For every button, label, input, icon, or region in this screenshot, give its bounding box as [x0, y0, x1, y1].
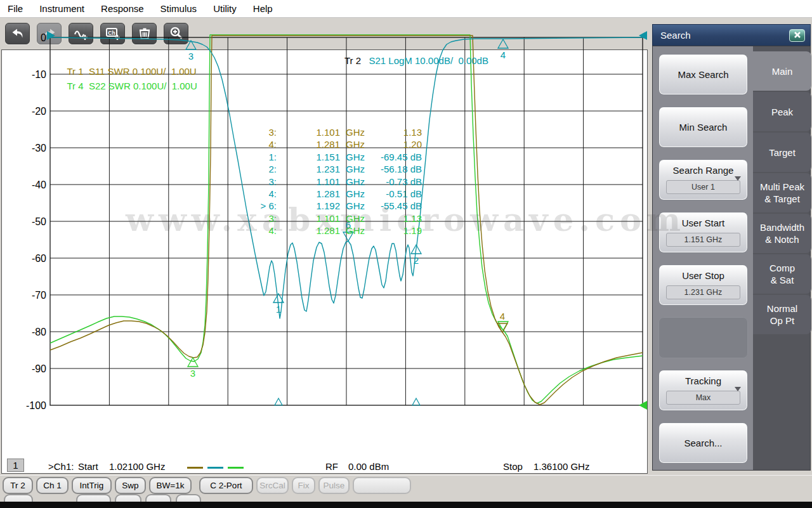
tab-comp[interactable]: Comp & Sat: [753, 254, 811, 294]
marker-num: 2:: [250, 163, 277, 175]
marker-label: 1: [276, 304, 281, 315]
close-icon: [794, 30, 801, 41]
trace4-id: Tr 4: [67, 81, 83, 91]
marker-val: -0.73 dB: [372, 176, 422, 188]
marker-4[interactable]: [498, 39, 508, 48]
user-stop-value: 1.231 GHz: [666, 285, 740, 299]
marker-unit: GHz: [346, 176, 372, 188]
tracking-label: Tracking: [685, 375, 721, 386]
marker-val: 1.13: [372, 126, 422, 138]
start-label: Start: [78, 461, 98, 472]
search-panel-header[interactable]: Search: [652, 24, 811, 46]
status-button-srccal[interactable]: SrcCal: [256, 477, 289, 494]
marker-val: 1.13: [372, 212, 422, 225]
blank-button: [658, 317, 748, 358]
tab-target[interactable]: Target: [753, 133, 811, 172]
close-button[interactable]: [789, 29, 805, 42]
start-value: 1.02100 GHz: [109, 461, 165, 472]
tab-bandwidth[interactable]: Bandwidth & Notch: [753, 214, 811, 253]
search-range-value: User 1: [666, 180, 740, 194]
ref-level-arrow-icon: [47, 31, 55, 40]
search-more-button[interactable]: Search...: [658, 422, 748, 464]
search-panel-buttons: Max Search Min Search Search Range User …: [653, 46, 753, 470]
status-button-swp[interactable]: Swp: [115, 477, 146, 494]
marker-freq: 1.281: [277, 225, 340, 237]
trace4-line-swatch: [228, 467, 244, 469]
marker-val: -56.18 dB: [372, 163, 422, 175]
marker-freq: 1.281: [277, 138, 340, 150]
tab-normal[interactable]: Normal Op Pt: [753, 295, 811, 334]
y-axis-tick: 0: [41, 32, 46, 43]
min-search-button[interactable]: Min Search: [658, 107, 748, 148]
measurement-display: 0-10-20-30-40-50-60-70-80-90-1003412634 …: [1, 49, 648, 474]
marker-table-row: 4:1.281GHz1.20: [250, 138, 422, 150]
chevron-down-icon: [735, 176, 741, 181]
user-start-button[interactable]: User Start 1.151 GHz: [658, 212, 748, 253]
marker-unit: GHz: [346, 163, 372, 175]
marker-table-row: > 6:1.192GHz-55.45 dB: [250, 200, 422, 212]
search-panel: Search Max Search Min Search Search Rang…: [652, 24, 811, 471]
status-button-pulse[interactable]: Pulse: [318, 477, 350, 494]
marker-label: 3: [190, 368, 195, 379]
status-button-c-2-port[interactable]: C 2-Port: [199, 477, 253, 494]
y-axis-tick: -10: [32, 69, 46, 80]
stimulus-annotation: >Ch1: Start 1.02100 GHz RF 0.00 dBm Stop…: [2, 461, 647, 474]
marker-val: 1.20: [372, 138, 422, 150]
marker-num: > 6:: [250, 200, 277, 212]
bottom-black-strip: [0, 502, 812, 508]
tab-peak[interactable]: Peak: [753, 92, 811, 131]
marker-num: 4:: [250, 188, 277, 200]
user-start-value: 1.151 GHz: [666, 233, 740, 247]
marker-freq: 1.101: [277, 126, 340, 138]
max-search-button[interactable]: Max Search: [658, 54, 748, 95]
status-button-bw-1k[interactable]: BW=1k: [149, 477, 192, 494]
status-button-tr-2[interactable]: Tr 2: [3, 477, 33, 494]
marker-unit: GHz: [346, 225, 372, 237]
trace2-active-chip: Tr 2: [342, 55, 363, 67]
marker-freq: 1.192: [277, 200, 340, 212]
marker-val: -69.45 dB: [372, 151, 422, 163]
marker-num: 3:: [250, 126, 277, 138]
user-stop-button[interactable]: User Stop 1.231 GHz: [658, 264, 748, 306]
search-panel-title: Search: [660, 30, 691, 41]
user-stop-label: User Stop: [682, 270, 724, 281]
status-button-inttrig[interactable]: IntTrig: [72, 477, 112, 494]
tracking-value: Max: [666, 391, 740, 405]
trace1-line-swatch: [187, 467, 203, 469]
y-axis-tick: -80: [32, 327, 46, 337]
marker-table-row: 4:1.281GHz-0.51 dB: [250, 188, 422, 200]
rf-value: 0.00 dBm: [348, 461, 389, 472]
status-button-fix[interactable]: Fix: [292, 477, 315, 494]
marker-label: 4: [500, 311, 505, 322]
trace2-line-swatch: [207, 467, 223, 469]
range-tick-icon: [412, 398, 420, 405]
tracking-dropdown[interactable]: Tracking Max: [658, 370, 748, 411]
search-range-dropdown[interactable]: Search Range User 1: [658, 159, 748, 200]
y-axis-tick: -20: [32, 106, 46, 117]
trace2-legend[interactable]: Tr 2 S21 LogM 10.00dB/ 0.00dB: [342, 55, 488, 67]
search-range-label: Search Range: [673, 165, 734, 176]
marker-unit: GHz: [346, 212, 372, 225]
y-axis-tick: -90: [32, 363, 46, 374]
marker-3[interactable]: [188, 358, 198, 367]
y-axis-tick: -60: [32, 253, 46, 264]
marker-freq: 1.231: [277, 163, 340, 175]
status-button-blank[interactable]: [353, 477, 411, 494]
marker-val: -0.51 dB: [372, 188, 422, 200]
y-axis-tick: -30: [32, 143, 46, 153]
stop-label: Stop: [503, 461, 523, 472]
chevron-down-icon: [735, 387, 741, 391]
status-button-ch-1[interactable]: Ch 1: [36, 477, 69, 494]
tab-main[interactable]: Main: [753, 51, 811, 91]
status-bar: Tr 2Ch 1IntTrigSwpBW=1kC 2-PortSrcCalFix…: [0, 475, 812, 502]
marker-table-row: 2:1.231GHz-56.18 dB: [250, 163, 422, 175]
y-axis-tick: -50: [32, 216, 46, 227]
y-axis-tick: -40: [32, 179, 46, 190]
trace4-legend[interactable]: Tr 4 S22 SWR 0.100U/ 1.00U: [56, 70, 197, 102]
marker-num: 4:: [250, 138, 277, 150]
y-axis-tick: -70: [32, 290, 46, 301]
tab-multi-peak[interactable]: Multi Peak & Target: [753, 173, 811, 212]
search-panel-tabs: MainPeakTargetMulti Peak & TargetBandwid…: [753, 46, 811, 470]
stop-value: 1.36100 GHz: [534, 461, 589, 472]
search-panel-body: Max Search Min Search Search Range User …: [652, 46, 811, 471]
